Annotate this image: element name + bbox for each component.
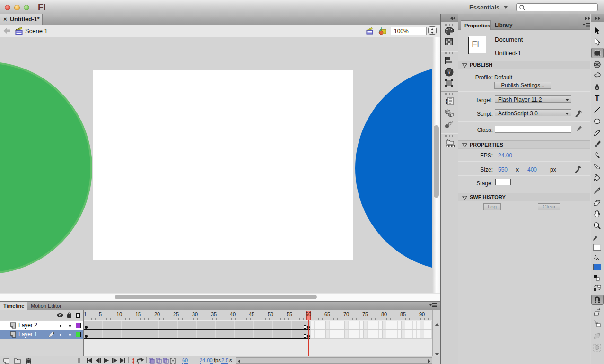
svg-text:T: T [595,95,600,103]
svg-text:{: { [445,98,449,105]
svg-text:i: i [448,69,450,75]
